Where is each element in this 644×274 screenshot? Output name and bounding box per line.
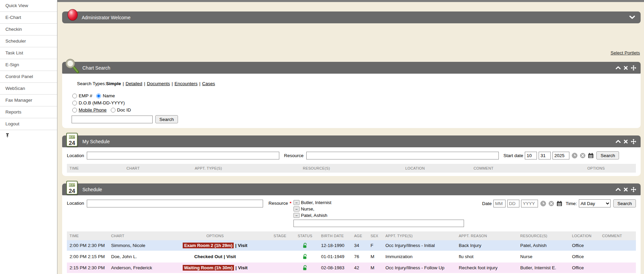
main-area: Administrator Welcome Select Portlets [57, 0, 644, 274]
patient-chart-link[interactable]: Doe, John L. [108, 251, 162, 262]
collapse-button[interactable] [616, 140, 621, 143]
mobile-phone-radio[interactable] [72, 108, 77, 113]
sidebar-item-webscan[interactable]: WebScan [0, 83, 57, 95]
location-input[interactable] [87, 152, 279, 159]
radio-row-1: EMP # Name [72, 92, 634, 99]
chart-search-input[interactable] [72, 116, 153, 123]
welcome-title: Administrator Welcome [82, 15, 130, 20]
clock-icon [572, 153, 577, 158]
resource-input[interactable] [306, 152, 499, 159]
chart-search-button[interactable]: Search [155, 115, 178, 123]
dob-radio[interactable] [72, 101, 77, 105]
time-picker-button[interactable] [572, 153, 577, 158]
status-cell[interactable] [292, 251, 318, 262]
date-picker-button[interactable] [557, 201, 562, 206]
remove-resource-button[interactable]: – [293, 206, 300, 211]
close-button[interactable] [624, 140, 628, 144]
doc-id-radio[interactable] [111, 108, 115, 113]
select-portlets-row: Select Portlets [57, 50, 640, 56]
select-portlets-link[interactable]: Select Portlets [611, 50, 640, 55]
resource-label: Resource [284, 153, 304, 158]
date-year-input[interactable] [521, 200, 538, 207]
visit-link[interactable]: Visit [238, 243, 247, 248]
resource-search-input[interactable] [293, 220, 464, 227]
patient-chart-link[interactable]: Anderson, Frederick [108, 262, 162, 273]
date-picker-button[interactable] [588, 153, 594, 158]
clock-icon [540, 201, 546, 206]
radio-row-3: Mobile Phone Doc ID [72, 106, 634, 114]
search-type-simple[interactable]: Simple [106, 81, 121, 86]
room-status-badge[interactable]: Exam Room 2 (1h 29m) [183, 243, 234, 248]
sidebar-item-e-sign[interactable]: E-Sign [0, 59, 57, 71]
date-day-input[interactable] [507, 200, 519, 207]
my-schedule-body: Location Resource Start date [62, 147, 641, 176]
location-input[interactable] [87, 200, 263, 207]
resources: Butler, Internist E. [517, 262, 569, 273]
birth-date: 12-18-1990 [318, 240, 352, 251]
schedule-filter: Location Resource * – Butler, Internist … [67, 199, 636, 227]
sidebar-item-reports[interactable]: Reports [0, 106, 57, 118]
emp-number-radio[interactable] [72, 94, 77, 98]
sidebar-item-scheduler[interactable]: Scheduler [0, 35, 57, 47]
my-schedule-table-header: TIME CHART APPT. TYPE(S) RESOURCE(S) LOC… [67, 164, 636, 173]
sidebar-item-quick-view[interactable]: Quick View [0, 0, 57, 12]
search-type-cases[interactable]: Cases [202, 81, 215, 86]
appointment-row: 2:00 PM 2:15 PM Doe, John L. Checked Out… [67, 251, 636, 262]
move-handle[interactable] [631, 187, 636, 192]
appt-reason: Back Injury [456, 240, 517, 251]
location: Office [569, 262, 599, 273]
sidebar-item-task-list[interactable]: Task List [0, 47, 57, 59]
status-cell[interactable] [292, 240, 318, 251]
sidebar-item-control-panel[interactable]: Control Panel [0, 71, 57, 83]
search-type-documents[interactable]: Documents [147, 81, 170, 86]
remove-resource-button[interactable]: – [293, 200, 300, 205]
remove-resource-button[interactable]: – [293, 213, 300, 218]
options-cell: Exam Room 2 (1h 29m)Visit [162, 240, 268, 251]
required-asterisk: * [290, 201, 291, 206]
clear-date-button[interactable] [548, 201, 554, 206]
start-date-day-input[interactable] [539, 152, 551, 159]
name-radio[interactable] [96, 94, 101, 98]
start-date-year-input[interactable] [552, 152, 569, 159]
col-status: STATUS [292, 231, 318, 240]
move-handle[interactable] [631, 139, 636, 144]
start-date-month-input[interactable] [525, 152, 537, 159]
room-status-badge[interactable]: Waiting Room (1h 30m) [183, 265, 234, 271]
collapse-button[interactable] [616, 188, 621, 191]
clear-date-button[interactable] [580, 153, 586, 158]
search-types-row: Search Types:SimpleDetailedDocumentsEnco… [77, 81, 634, 86]
close-button[interactable] [624, 188, 628, 192]
time-select[interactable]: All Day [579, 199, 611, 207]
date-month-input[interactable] [493, 200, 506, 207]
sidebar-item-fax-manager[interactable]: Fax Manager [0, 95, 57, 106]
sidebar-item-e-chart[interactable]: E-Chart [0, 12, 57, 24]
sidebar-item-logout[interactable]: Logout [0, 118, 57, 130]
welcome-collapse-button[interactable] [629, 16, 635, 19]
visit-link[interactable]: Visit [226, 254, 236, 259]
start-date-label: Start date [504, 153, 523, 158]
my-schedule-search-button[interactable]: Search [596, 151, 619, 159]
visit-link[interactable]: Visit [238, 265, 248, 270]
schedule-search-button[interactable]: Search [613, 199, 636, 207]
schedule-table: TIME CHART OPTIONS STAGE STATUS BIRTH DA… [67, 231, 636, 274]
time-picker-button[interactable] [540, 201, 546, 206]
x-circle-icon [548, 201, 554, 206]
portlet-controls [616, 187, 641, 192]
patient-chart-link[interactable]: Simmons, Nicole [108, 240, 162, 251]
status-cell[interactable] [292, 262, 318, 273]
col-options: OPTIONS [556, 164, 636, 173]
sidebar-item-checkin[interactable]: Checkin [0, 24, 57, 35]
collapse-button[interactable] [616, 66, 621, 69]
search-type-detailed[interactable]: Detailed [126, 81, 143, 86]
move-icon [631, 187, 636, 192]
location: Office [569, 240, 599, 251]
search-type-encounters[interactable]: Encounters [175, 81, 198, 86]
move-handle[interactable] [631, 65, 636, 71]
mobile-phone-label[interactable]: Mobile Phone [79, 107, 107, 113]
location-label: Location [67, 201, 84, 206]
sidebar-pin-toggle[interactable] [0, 130, 57, 141]
chevron-up-icon [616, 188, 621, 191]
checkout-status[interactable]: Checked Out [194, 254, 222, 259]
pushpin-icon [5, 133, 9, 138]
close-button[interactable] [624, 66, 628, 70]
